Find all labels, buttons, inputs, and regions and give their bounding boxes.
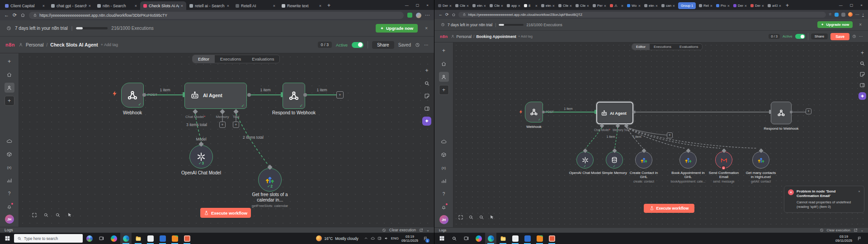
upgrade-now-button[interactable]: ✦ Upgrade now (817, 21, 853, 28)
sidebar-item-personal[interactable] (439, 72, 449, 82)
add-node-button[interactable]: + (336, 91, 344, 99)
zoom-out-button[interactable] (478, 214, 485, 221)
add-tool-button[interactable]: + (233, 122, 239, 128)
tab-close-icon[interactable]: × (89, 4, 91, 8)
file-explorer-icon[interactable] (132, 233, 144, 244)
tab-close-icon[interactable]: × (779, 4, 781, 8)
browser-tab[interactable]: retell ai - Search× (186, 1, 232, 10)
node-get-many-contacts[interactable] (752, 151, 769, 169)
tab-close-icon[interactable]: × (501, 4, 503, 8)
copilot-icon[interactable] (473, 233, 484, 244)
tab-close-icon[interactable]: × (135, 4, 137, 8)
browser-tab[interactable]: Wo× (625, 1, 642, 10)
output-port[interactable] (142, 93, 146, 97)
browser-tab[interactable]: Der× (731, 1, 749, 10)
collapse-chevron-icon[interactable]: ⌄ (426, 228, 429, 232)
share-button[interactable]: Share (372, 41, 394, 49)
browser-tab[interactable]: Pro× (714, 1, 731, 10)
browser-tab[interactable]: Rewrite text× (278, 1, 325, 10)
close-button[interactable]: × (860, 3, 863, 7)
more-options-icon[interactable]: ⋯ (859, 34, 863, 38)
collapse-chevron-icon[interactable]: ⌄ (861, 228, 863, 232)
minimize-button[interactable]: — (839, 3, 843, 7)
back-icon[interactable]: ← (4, 13, 9, 18)
add-project-button[interactable]: + (439, 85, 449, 95)
workflow-canvas[interactable]: Editor Executions Evaluations ✓ Webhook … (19, 53, 434, 227)
file-explorer-icon[interactable] (497, 233, 509, 244)
banner-close-icon[interactable]: × (425, 26, 428, 31)
extensions-icon[interactable] (841, 13, 845, 17)
logs-bar[interactable]: Logs Clear execution ⌄ (434, 227, 868, 233)
orange-doc-app-icon[interactable] (181, 233, 193, 244)
browser-tab[interactable]: Reb× (697, 1, 714, 10)
browser-tab[interactable]: Den× (436, 1, 453, 10)
node-ai-agent-selected[interactable]: AI Agent (596, 102, 633, 124)
output-port[interactable] (542, 111, 545, 113)
user-avatar[interactable]: JH (5, 215, 14, 224)
tidy-up-button[interactable] (488, 214, 495, 221)
home-icon[interactable] (452, 13, 456, 17)
downloads-icon[interactable]: ↓ (862, 13, 864, 17)
add-node-panel-button[interactable]: + (859, 49, 866, 56)
ai-assistant-button[interactable]: ✦ (422, 117, 431, 126)
sidebar-item-overview[interactable] (439, 59, 449, 69)
user-avatar[interactable]: JH (439, 215, 448, 224)
tab-close-icon[interactable]: × (638, 4, 641, 8)
tool-connector[interactable] (233, 109, 238, 114)
speaker-icon[interactable] (384, 236, 388, 240)
refresh-icon[interactable]: ⟳ (445, 13, 449, 17)
search-nodes-button[interactable] (422, 79, 431, 88)
zoom-out-button[interactable] (54, 211, 62, 219)
tab-close-icon[interactable]: × (273, 4, 275, 8)
task-view-icon[interactable] (96, 233, 107, 244)
notes-app-icon[interactable] (145, 233, 156, 244)
sidebar-item-variables[interactable]: (x) (5, 162, 14, 172)
sidebar-item-cloud[interactable] (439, 136, 449, 146)
upgrade-now-button[interactable]: ✦ Upgrade now (376, 24, 418, 33)
minimize-button[interactable]: — (405, 3, 409, 7)
home-icon[interactable] (20, 13, 25, 18)
weather-widget[interactable]: 16°C Mostly cloudy (314, 235, 360, 241)
new-tab-button[interactable]: + (786, 2, 789, 9)
tab-close-icon[interactable]: × (604, 4, 606, 8)
node-webhook[interactable]: ✓ (121, 83, 144, 108)
workflow-name[interactable]: Check Slots AI Agent (50, 42, 98, 47)
fit-view-button[interactable] (30, 211, 38, 219)
tab-close-icon[interactable]: × (621, 4, 623, 8)
search-nodes-button[interactable] (859, 60, 866, 67)
browser-tab[interactable]: elev× (539, 1, 557, 10)
address-bar[interactable]: https://yeeeeeeeeeeeeeeeeet.app.n8n.clou… (29, 12, 404, 19)
zoom-in-button[interactable] (42, 211, 50, 219)
add-tag-button[interactable]: + Add tag (101, 42, 118, 47)
browser-tab[interactable]: Pen× (591, 1, 608, 10)
browser-tab-active[interactable]: Check Slots Ai Agen× (140, 1, 186, 10)
clear-icon[interactable] (820, 228, 824, 232)
add-sticky-button[interactable] (422, 91, 431, 100)
sidebar-item-variables[interactable]: (x) (439, 163, 449, 173)
maximize-button[interactable]: ▢ (850, 3, 854, 7)
error-toast[interactable]: × Problem in node 'Send Confirmation Ema… (784, 186, 864, 213)
add-project-button[interactable]: + (5, 96, 14, 106)
tab-executions[interactable]: Executions (650, 44, 675, 50)
taskbar-clock[interactable]: 03:19 05/11/2025 (835, 235, 852, 243)
memory-connector[interactable] (616, 124, 620, 128)
popout-icon[interactable] (419, 228, 423, 232)
edge-icon[interactable] (120, 233, 132, 244)
tab-executions[interactable]: Executions (215, 55, 246, 63)
add-node-button[interactable]: + (806, 108, 811, 114)
browser-tab[interactable]: elev× (471, 1, 488, 10)
tab-close-icon[interactable]: × (467, 4, 469, 8)
start-button[interactable] (436, 233, 448, 244)
toast-close-icon[interactable]: × (858, 189, 860, 209)
n8n-logo[interactable]: n8n (440, 34, 448, 39)
create-workflow-button[interactable]: + (5, 56, 14, 66)
history-icon[interactable] (415, 42, 420, 47)
add-sticky-button[interactable] (859, 70, 866, 78)
tab-close-icon[interactable]: × (710, 4, 712, 8)
tab-close-icon[interactable]: × (727, 4, 730, 8)
tidy-up-button[interactable] (66, 211, 74, 219)
output-port[interactable] (790, 111, 793, 113)
active-toggle[interactable] (795, 34, 805, 39)
notifications-bell-icon[interactable] (439, 202, 449, 212)
history-icon[interactable] (852, 34, 856, 38)
